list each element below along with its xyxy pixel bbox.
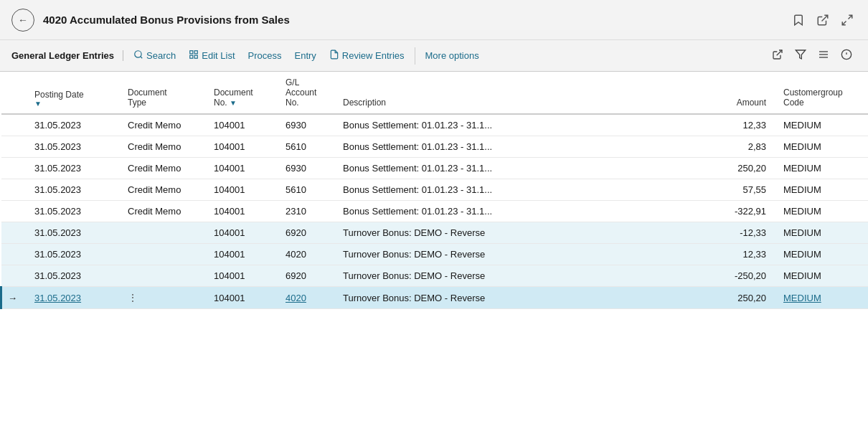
- entry-button[interactable]: Entry: [288, 47, 321, 65]
- col-doc-no-header: Document No. ▼: [205, 72, 277, 114]
- doc-no-cell: 104001: [205, 244, 277, 265]
- description-cell: Bonus Settlement: 01.01.23 - 31.1...: [334, 201, 710, 222]
- row-arrow: [1, 244, 27, 265]
- row-arrow: [1, 158, 27, 179]
- gl-account-cell: 6930: [277, 158, 334, 179]
- amount-cell: 2,83: [710, 136, 775, 158]
- more-options-button[interactable]: More options: [420, 47, 485, 65]
- gl-account-cell: 4020: [277, 244, 334, 265]
- posting-date-cell: 31.05.2023: [26, 244, 119, 265]
- customergroup-cell: MEDIUM: [775, 179, 868, 201]
- svg-rect-8: [190, 55, 193, 58]
- ledger-entries-table: Posting Date ▼ Document Type Document: [0, 72, 868, 309]
- row-options-button[interactable]: ⋮: [128, 292, 138, 303]
- svg-line-2: [842, 21, 846, 24]
- posting-date-cell: 31.05.2023: [26, 158, 119, 179]
- table-row[interactable]: 31.05.2023Credit Memo1040015610Bonus Set…: [1, 136, 869, 158]
- svg-marker-10: [796, 50, 805, 59]
- title-actions: [789, 11, 857, 29]
- review-icon: [329, 49, 339, 62]
- process-button[interactable]: Process: [242, 47, 288, 65]
- row-arrow: [1, 114, 27, 136]
- svg-line-9: [777, 50, 782, 55]
- amount-cell: -12,33: [710, 222, 775, 244]
- customergroup-cell: MEDIUM: [775, 244, 868, 265]
- table-row[interactable]: 31.05.2023Credit Memo1040015610Bonus Set…: [1, 179, 869, 201]
- share-icon-button[interactable]: [768, 46, 788, 65]
- search-icon: [133, 49, 143, 62]
- amount-cell: 250,20: [710, 158, 775, 179]
- col-posting-date-header: Posting Date ▼: [26, 72, 119, 114]
- description-cell: Turnover Bonus: DEMO - Reverse: [334, 287, 710, 309]
- filter-icon-button[interactable]: [791, 46, 811, 65]
- search-button[interactable]: Search: [128, 46, 181, 65]
- title-bar: ← 4020 Accumulated Bonus Provisions from…: [0, 0, 868, 40]
- table-row[interactable]: →31.05.2023⋮1040014020Turnover Bonus: DE…: [1, 287, 869, 309]
- review-entries-button[interactable]: Review Entries: [324, 46, 410, 65]
- description-cell: Turnover Bonus: DEMO - Reverse: [334, 222, 710, 244]
- doc-no-filter-icon[interactable]: ▼: [230, 99, 237, 107]
- share-button[interactable]: [813, 11, 832, 29]
- posting-date-cell: 31.05.2023: [26, 136, 119, 158]
- table-row[interactable]: 31.05.20231040016920Turnover Bonus: DEMO…: [1, 265, 869, 287]
- posting-date-cell: 31.05.2023: [26, 201, 119, 222]
- doc-type-cell: Credit Memo: [119, 201, 205, 222]
- doc-no-cell: 104001: [205, 114, 277, 136]
- bookmark-button[interactable]: [789, 11, 808, 29]
- info-icon-button[interactable]: [836, 46, 857, 65]
- expand-button[interactable]: [838, 11, 857, 29]
- amount-cell: -250,20: [710, 265, 775, 287]
- row-arrow: →: [1, 287, 27, 309]
- col-gl-account-header: G/L Account No.: [277, 72, 334, 114]
- edit-list-button[interactable]: Edit List: [183, 46, 240, 65]
- svg-point-3: [135, 51, 141, 57]
- description-cell: Bonus Settlement: 01.01.23 - 31.1...: [334, 179, 710, 201]
- svg-rect-6: [194, 51, 197, 54]
- doc-no-cell: 104001: [205, 158, 277, 179]
- columns-icon-button[interactable]: [813, 46, 834, 65]
- description-cell: Turnover Bonus: DEMO - Reverse: [334, 244, 710, 265]
- customergroup-cell[interactable]: MEDIUM: [775, 287, 868, 309]
- doc-type-cell: ⋮: [119, 287, 205, 309]
- doc-type-cell: Credit Memo: [119, 179, 205, 201]
- row-arrow: [1, 201, 27, 222]
- doc-type-cell: Credit Memo: [119, 114, 205, 136]
- row-arrow: [1, 222, 27, 244]
- doc-no-cell: 104001: [205, 136, 277, 158]
- doc-type-cell: [119, 265, 205, 287]
- table-row[interactable]: 31.05.20231040014020Turnover Bonus: DEMO…: [1, 244, 869, 265]
- customergroup-cell: MEDIUM: [775, 222, 868, 244]
- posting-date-cell[interactable]: 31.05.2023: [26, 287, 119, 309]
- table-row[interactable]: 31.05.2023Credit Memo1040012310Bonus Set…: [1, 201, 869, 222]
- main-window: ← 4020 Accumulated Bonus Provisions from…: [0, 0, 868, 421]
- table-row[interactable]: 31.05.2023Credit Memo1040016930Bonus Set…: [1, 114, 869, 136]
- posting-date-cell: 31.05.2023: [26, 222, 119, 244]
- col-description-header: Description: [334, 72, 710, 114]
- posting-date-filter-icon[interactable]: ▼: [34, 100, 110, 108]
- customergroup-cell: MEDIUM: [775, 265, 868, 287]
- posting-date-cell: 31.05.2023: [26, 114, 119, 136]
- doc-type-cell: [119, 244, 205, 265]
- doc-no-cell: 104001: [205, 265, 277, 287]
- toolbar-separator: [415, 47, 415, 65]
- col-arrow-header: [1, 72, 27, 114]
- toolbar: General Ledger Entries Search Edit List …: [0, 40, 868, 72]
- table-row[interactable]: 31.05.2023Credit Memo1040016930Bonus Set…: [1, 158, 869, 179]
- doc-no-cell: 104001: [205, 287, 277, 309]
- description-cell: Bonus Settlement: 01.01.23 - 31.1...: [334, 114, 710, 136]
- description-cell: Turnover Bonus: DEMO - Reverse: [334, 265, 710, 287]
- svg-rect-7: [194, 55, 197, 58]
- back-button[interactable]: ←: [11, 9, 34, 32]
- customergroup-cell: MEDIUM: [775, 158, 868, 179]
- amount-cell: 12,33: [710, 114, 775, 136]
- toolbar-page-title: General Ledger Entries: [11, 50, 123, 61]
- svg-rect-5: [190, 51, 193, 54]
- posting-date-cell: 31.05.2023: [26, 179, 119, 201]
- table-row[interactable]: 31.05.20231040016920Turnover Bonus: DEMO…: [1, 222, 869, 244]
- doc-type-cell: Credit Memo: [119, 158, 205, 179]
- edit-list-icon: [189, 49, 199, 62]
- page-title: 4020 Accumulated Bonus Provisions from S…: [43, 14, 789, 26]
- gl-account-cell[interactable]: 4020: [277, 287, 334, 309]
- row-arrow: [1, 136, 27, 158]
- table-area: Posting Date ▼ Document Type Document: [0, 72, 868, 421]
